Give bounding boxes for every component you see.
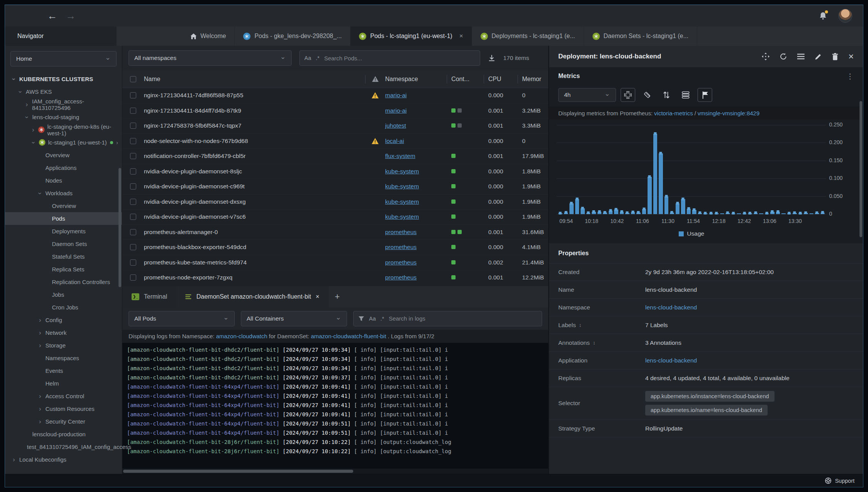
chart-bar[interactable] xyxy=(676,125,680,214)
namespace-link[interactable]: local-ai xyxy=(385,138,404,144)
chart-bar[interactable] xyxy=(648,125,652,214)
chart-bar[interactable] xyxy=(598,125,602,214)
sidebar-item-helm[interactable]: Helm xyxy=(5,377,122,390)
back-arrow-icon[interactable]: ← xyxy=(47,10,57,22)
chart-bar[interactable] xyxy=(804,125,808,214)
chart-bar[interactable] xyxy=(793,125,797,214)
pods-search-input[interactable] xyxy=(324,55,475,62)
column-header-name[interactable]: Name xyxy=(144,76,365,83)
chart-bar[interactable] xyxy=(759,125,763,214)
close-icon[interactable]: × xyxy=(459,32,463,40)
namespace-link[interactable]: amazon-cloudwatch xyxy=(216,333,267,339)
flag-icon[interactable] xyxy=(698,88,712,102)
daemonset-link[interactable]: amazon-cloudwatch-fluent-bit xyxy=(311,333,386,339)
chart-bar[interactable] xyxy=(659,125,663,214)
row-checkbox[interactable] xyxy=(130,123,136,129)
chart-bar[interactable] xyxy=(614,125,618,214)
prometheus-endpoint-link[interactable]: vmsingle-vmsingle:8429 xyxy=(698,110,760,116)
table-row[interactable]: prometheus-kube-state-metrics-5fd974prom… xyxy=(122,255,548,271)
chart-bar[interactable] xyxy=(698,125,702,214)
sidebar-item-security-center[interactable]: ›Security Center xyxy=(5,415,122,428)
new-dock-tab-button[interactable]: + xyxy=(329,286,346,308)
row-checkbox[interactable] xyxy=(130,183,136,189)
namespace-link[interactable]: kube-system xyxy=(385,168,419,175)
time-range-select[interactable]: 4h › xyxy=(558,88,616,102)
sidebar-item-lens-cloud-staging[interactable]: ›lens-cloud-staging xyxy=(5,111,122,123)
tab-welcome[interactable]: Welcome xyxy=(182,27,235,46)
disks-icon[interactable] xyxy=(678,88,693,102)
table-row[interactable]: prometheus-alertmanager-0prometheus0.001… xyxy=(122,225,548,240)
chart-bar[interactable] xyxy=(642,125,646,214)
sidebar-item-replication-controllers[interactable]: Replication Controllers xyxy=(5,276,122,288)
logs-search-input[interactable] xyxy=(389,315,537,322)
namespace-link[interactable]: prometheus xyxy=(385,274,417,281)
chart-bar[interactable] xyxy=(726,125,730,214)
table-row[interactable]: prometheus-blackbox-exporter-549dcdprome… xyxy=(122,240,548,255)
chart-bar[interactable] xyxy=(558,125,563,214)
namespace-link[interactable]: juhotest xyxy=(385,122,406,129)
sidebar-item-cron-jobs[interactable]: Cron Jobs xyxy=(5,301,122,314)
sidebar-item-namespaces[interactable]: Namespaces xyxy=(5,352,122,364)
row-checkbox[interactable] xyxy=(130,199,136,205)
chart-bar[interactable] xyxy=(770,125,775,214)
menu-lines-icon[interactable] xyxy=(797,53,805,60)
table-row[interactable]: prometheus-node-exporter-7zgxqprometheus… xyxy=(122,270,548,286)
sidebar-item-storage[interactable]: ›Storage xyxy=(5,339,122,352)
tab-pods-lc-staging1-eu-west-1-[interactable]: Pods - lc-staging1 (eu-west-1)× xyxy=(351,27,472,46)
row-checkbox[interactable] xyxy=(130,259,136,266)
chart-bar[interactable] xyxy=(586,125,591,214)
tab-deployments-lc-staging1-e-[interactable]: Deployments - lc-staging1 (e... xyxy=(472,27,584,46)
column-header-warnings[interactable] xyxy=(365,76,385,82)
sidebar-item-kubernetes-clusters[interactable]: ›KUBERNETES CLUSTERS xyxy=(5,73,122,85)
sidebar-item-config[interactable]: ›Config xyxy=(5,314,122,326)
namespace-link[interactable]: prometheus xyxy=(385,229,417,235)
column-header-cpu[interactable]: CPU xyxy=(484,76,517,83)
sidebar-item-overview[interactable]: Overview xyxy=(5,149,122,161)
notifications-bell-icon[interactable] xyxy=(818,11,828,20)
logs-horizontal-scrollbar[interactable] xyxy=(122,469,548,474)
chart-bar[interactable] xyxy=(798,125,803,214)
property-value-link[interactable]: lens-cloud-backend xyxy=(645,357,697,364)
sidebar-item-iam-config-access-841310725496[interactable]: ›IAM_config_access-841310725496 xyxy=(5,98,122,111)
sidebar-item-stateful-sets[interactable]: Stateful Sets xyxy=(5,250,122,263)
namespace-filter-select[interactable]: All namespaces › xyxy=(129,50,292,66)
close-panel-icon[interactable]: × xyxy=(848,51,854,62)
sort-arrows-icon[interactable]: ↕ xyxy=(579,322,582,328)
row-checkbox[interactable] xyxy=(130,244,136,250)
regex-icon[interactable]: .* xyxy=(381,316,384,322)
table-row[interactable]: nvidia-device-plugin-daemonset-dxsxgkube… xyxy=(122,194,548,210)
table-row[interactable]: nginx-1721304411-74df86f588-87p55mario-a… xyxy=(122,88,548,103)
log-output[interactable]: [amazon-cloudwatch-fluent-bit-dhdc2/flue… xyxy=(122,343,548,469)
delete-trash-icon[interactable] xyxy=(832,53,838,60)
table-row[interactable]: nginx-1724758378-5fb6f5847c-tqpx7juhotes… xyxy=(122,118,548,134)
namespace-link[interactable]: mario-ai xyxy=(385,107,407,114)
chart-bar[interactable] xyxy=(664,125,669,214)
table-row[interactable]: node-selector-with-no-nodes-767b9d68loca… xyxy=(122,134,548,149)
column-header-memory[interactable]: Memor xyxy=(517,76,548,83)
match-case-icon[interactable]: Aa xyxy=(369,316,376,322)
row-checkbox[interactable] xyxy=(130,138,136,144)
chart-bar[interactable] xyxy=(714,125,719,214)
row-checkbox[interactable] xyxy=(130,92,136,98)
user-avatar[interactable] xyxy=(838,9,852,23)
row-checkbox[interactable] xyxy=(130,108,136,114)
namespace-link[interactable]: mario-ai xyxy=(385,92,407,98)
chart-bar[interactable] xyxy=(581,125,585,214)
property-value-link[interactable]: lens-cloud-backend xyxy=(645,304,697,311)
details-scrollbar[interactable] xyxy=(860,69,862,470)
chart-bar[interactable] xyxy=(821,125,825,214)
chart-bar[interactable] xyxy=(703,125,708,214)
sidebar-item-lc-staging1-eu-west-1-[interactable]: ›lc-staging1 (eu-west-1)› xyxy=(5,136,122,149)
support-button[interactable]: Support xyxy=(825,477,855,484)
sidebar-item-applications[interactable]: Applications xyxy=(5,161,122,174)
filter-funnel-icon[interactable] xyxy=(358,316,364,321)
chart-bar[interactable] xyxy=(737,125,741,214)
dock-tab-terminal[interactable]: ❯_ Terminal xyxy=(122,286,176,308)
sidebar-item-jobs[interactable]: Jobs xyxy=(5,288,122,301)
navigator-tab[interactable]: Navigator xyxy=(5,27,117,46)
selector-chip[interactable]: app.kubernetes.io/instance=lens-cloud-ba… xyxy=(645,391,775,402)
chart-bar[interactable] xyxy=(754,125,758,214)
dock-tab-daemonset-logs[interactable]: DaemonSet amazon-cloudwatch-fluent-bit × xyxy=(176,286,328,308)
namespace-link[interactable]: kube-system xyxy=(385,213,419,220)
match-case-icon[interactable]: Aa xyxy=(304,55,311,61)
